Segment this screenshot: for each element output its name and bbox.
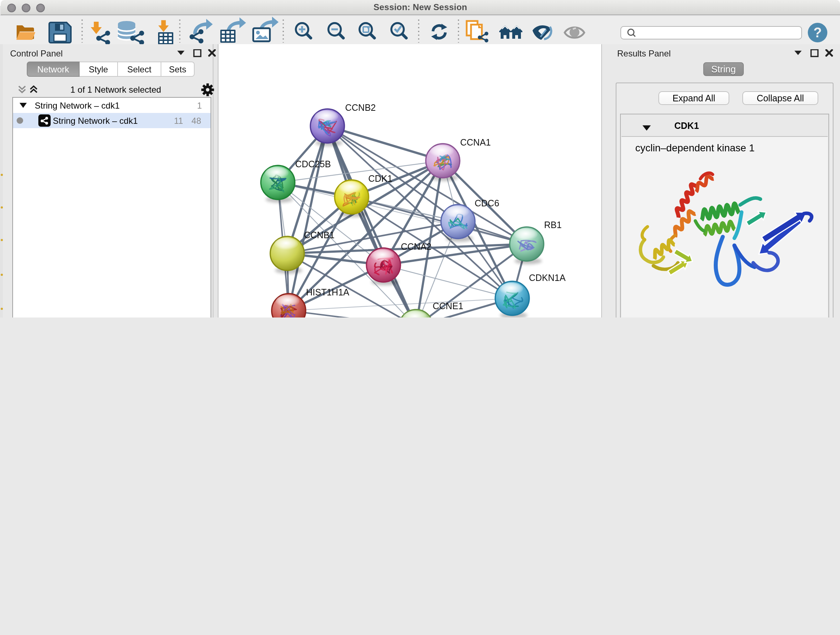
svg-text:CCNB2: CCNB2	[345, 103, 376, 112]
svg-text:RB1: RB1	[544, 220, 562, 230]
svg-text:CCNA2: CCNA2	[401, 241, 431, 252]
svg-text:?: ?	[813, 25, 821, 40]
svg-text:CCNB1: CCNB1	[304, 230, 335, 240]
svg-text:HIST1H1A: HIST1H1A	[306, 287, 349, 297]
svg-text:CDK1: CDK1	[368, 173, 393, 184]
svg-text:CDKN1A: CDKN1A	[529, 272, 566, 283]
svg-text:CCNE1: CCNE1	[433, 301, 463, 311]
svg-text:CDC6: CDC6	[475, 198, 499, 208]
svg-text:CDC25B: CDC25B	[295, 159, 331, 169]
svg-text:CCNA1: CCNA1	[460, 137, 491, 147]
